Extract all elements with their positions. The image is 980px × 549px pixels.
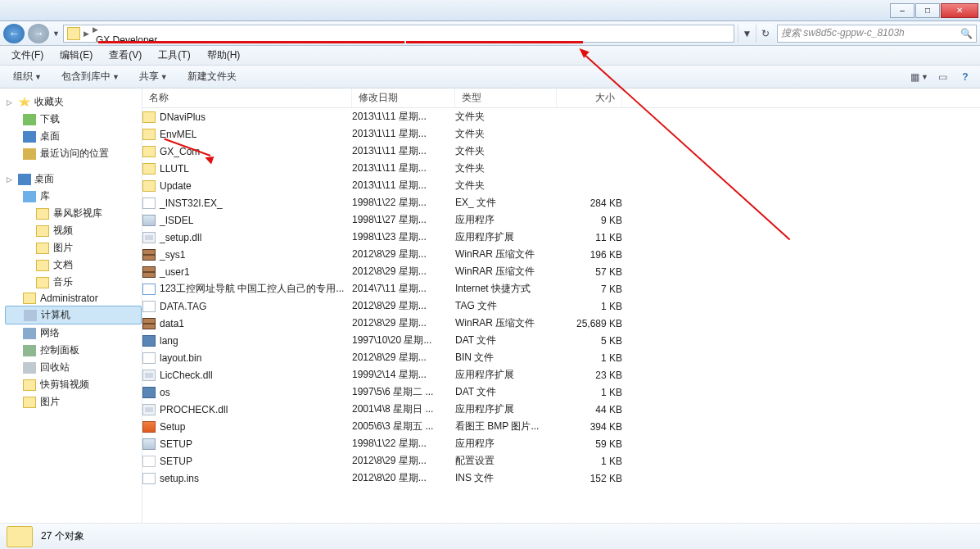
- menu-file[interactable]: 文件(F): [5, 47, 50, 64]
- file-date: 2012\8\29 星期...: [352, 351, 455, 365]
- table-row[interactable]: DNaviPlus2013\1\11 星期...文件夹: [142, 108, 980, 125]
- back-button[interactable]: ←: [3, 24, 25, 43]
- menu-view[interactable]: 查看(V): [102, 47, 148, 64]
- sidebar-item[interactable]: 音乐: [5, 274, 142, 291]
- share-button[interactable]: 共享▼: [131, 68, 176, 85]
- annotation-underline: [98, 41, 404, 43]
- history-dropdown[interactable]: ▼: [52, 29, 60, 38]
- table-row[interactable]: _setup.dll1998\1\23 星期...应用程序扩展11 KB: [142, 229, 980, 246]
- sidebar-item-label: 音乐: [53, 275, 73, 289]
- file-size: 284 KB: [557, 197, 622, 209]
- status-folder-icon: [7, 526, 33, 547]
- table-row[interactable]: EnvMEL2013\1\11 星期...文件夹: [142, 125, 980, 143]
- sidebar-item[interactable]: 视频: [5, 222, 142, 239]
- address-dropdown[interactable]: ▼: [738, 25, 756, 43]
- refresh-button[interactable]: ↻: [756, 25, 774, 43]
- sidebar-item[interactable]: 控制面板: [5, 342, 142, 359]
- file-icon: [142, 387, 156, 398]
- file-date: 1997\5\6 星期二 ...: [352, 385, 455, 399]
- menu-edit[interactable]: 编辑(E): [53, 47, 99, 64]
- maximize-button[interactable]: □: [915, 3, 940, 18]
- forward-button[interactable]: →: [28, 24, 49, 43]
- sidebar-item[interactable]: 回收站: [5, 359, 142, 376]
- sidebar-item-icon: [36, 260, 49, 271]
- help-button[interactable]: ?: [955, 69, 975, 85]
- sidebar-item-label: 桌面: [40, 129, 60, 143]
- organize-button[interactable]: 组织▼: [5, 68, 50, 85]
- sidebar-item-label: 计算机: [41, 308, 70, 322]
- table-row[interactable]: DATA.TAG2012\8\29 星期...TAG 文件1 KB: [142, 297, 980, 315]
- address-bar[interactable]: ▶ BaiduNetdiskDownload▶GX Developer V8.1…: [63, 25, 734, 43]
- file-name: _user1: [160, 266, 190, 278]
- sidebar-item[interactable]: 最近访问的位置: [5, 145, 142, 162]
- desktop-group: ▷桌面 库暴风影视库视频图片文档音乐Administrator计算机网络控制面板…: [5, 170, 142, 411]
- file-name: GX_Com: [160, 146, 200, 157]
- sidebar-item[interactable]: 图片: [5, 239, 142, 256]
- file-type: EX_ 文件: [455, 196, 557, 210]
- menu-tools[interactable]: 工具(T): [151, 47, 196, 64]
- file-name: os: [160, 387, 170, 398]
- table-row[interactable]: _user12012\8\29 星期...WinRAR 压缩文件57 KB: [142, 263, 980, 280]
- sidebar-item-icon: [23, 379, 36, 391]
- table-row[interactable]: lang1997\10\20 星期...DAT 文件5 KB: [142, 332, 980, 349]
- sidebar-item[interactable]: 计算机: [5, 306, 142, 324]
- table-row[interactable]: os1997\5\6 星期二 ...DAT 文件1 KB: [142, 383, 980, 401]
- sidebar-item[interactable]: 文档: [5, 256, 142, 274]
- chevron-right-icon[interactable]: ▶: [91, 25, 100, 34]
- file-icon: [142, 215, 156, 226]
- table-row[interactable]: layout.bin2012\8\29 星期...BIN 文件1 KB: [142, 349, 980, 366]
- file-icon: [142, 473, 156, 484]
- table-row[interactable]: _ISDEL1998\1\27 星期...应用程序9 KB: [142, 211, 980, 229]
- new-folder-button[interactable]: 新建文件夹: [179, 68, 245, 85]
- sidebar-item[interactable]: 库: [5, 188, 142, 205]
- sidebar-item[interactable]: 图片: [5, 393, 142, 411]
- preview-pane-button[interactable]: ▭: [933, 69, 952, 85]
- table-row[interactable]: Update2013\1\11 星期...文件夹: [142, 177, 980, 194]
- file-name: SETUP: [160, 456, 192, 467]
- sidebar-item-icon: [23, 328, 36, 339]
- file-date: 2012\8\29 星期...: [352, 247, 455, 261]
- table-row[interactable]: data12012\8\29 星期...WinRAR 压缩文件25,689 KB: [142, 315, 980, 332]
- table-row[interactable]: setup.ins2012\8\20 星期...INS 文件152 KB: [142, 470, 980, 487]
- table-row[interactable]: 123工控网址导航 中国工控人自己的专用...2014\7\11 星期...In…: [142, 280, 980, 297]
- table-row[interactable]: SETUP2012\8\29 星期...配置设置1 KB: [142, 452, 980, 470]
- table-row[interactable]: LicCheck.dll1999\2\14 星期...应用程序扩展23 KB: [142, 366, 980, 383]
- sidebar-item[interactable]: 快剪辑视频: [5, 376, 142, 393]
- search-input[interactable]: 搜索 sw8d5c-gppw-c_8103h 🔍: [777, 25, 977, 43]
- minimize-button[interactable]: –: [890, 3, 915, 18]
- col-name[interactable]: 名称: [142, 88, 352, 107]
- sidebar-item[interactable]: 网络: [5, 324, 142, 342]
- desktop-header[interactable]: ▷桌面: [5, 170, 142, 188]
- table-row[interactable]: SETUP1998\1\22 星期...应用程序59 KB: [142, 435, 980, 452]
- table-row[interactable]: _sys12012\8\29 星期...WinRAR 压缩文件196 KB: [142, 246, 980, 263]
- col-type[interactable]: 类型: [455, 88, 557, 107]
- sidebar-item[interactable]: Administrator: [5, 291, 142, 306]
- file-date: 1998\1\22 星期...: [352, 437, 455, 451]
- menu-help[interactable]: 帮助(H): [201, 47, 247, 64]
- table-row[interactable]: GX_Com2013\1\11 星期...文件夹: [142, 143, 980, 160]
- table-row[interactable]: LLUTL2013\1\11 星期...文件夹: [142, 160, 980, 177]
- sidebar-item[interactable]: 暴风影视库: [5, 205, 142, 222]
- favorites-header[interactable]: ▷收藏夹: [5, 93, 142, 111]
- col-size[interactable]: 大小: [557, 88, 622, 107]
- file-date: 2013\1\11 星期...: [352, 179, 455, 193]
- close-button[interactable]: ✕: [941, 3, 978, 18]
- col-date[interactable]: 修改日期: [352, 88, 455, 107]
- file-icon: [142, 301, 156, 312]
- file-type: DAT 文件: [455, 333, 557, 347]
- sidebar-item[interactable]: 桌面: [5, 128, 142, 145]
- table-row[interactable]: Setup2005\6\3 星期五 ...看图王 BMP 图片...394 KB: [142, 418, 980, 435]
- sidebar-item[interactable]: 下载: [5, 111, 142, 128]
- file-icon: [142, 111, 156, 123]
- file-name: Setup: [160, 421, 185, 433]
- sidebar-item-label: 快剪辑视频: [40, 378, 89, 392]
- include-in-library-button[interactable]: 包含到库中▼: [53, 68, 128, 85]
- toolbar: 组织▼ 包含到库中▼ 共享▼ 新建文件夹 ▦▼ ▭ ?: [0, 66, 980, 88]
- table-row[interactable]: _INST32I.EX_1998\1\22 星期...EX_ 文件284 KB: [142, 194, 980, 211]
- sidebar-item-label: 文档: [53, 258, 73, 272]
- view-mode-button[interactable]: ▦▼: [910, 69, 929, 85]
- status-count: 27 个对象: [41, 529, 84, 543]
- table-row[interactable]: PROCHECK.dll2001\4\8 星期日 ...应用程序扩展44 KB: [142, 401, 980, 418]
- sidebar-item-icon: [36, 225, 49, 237]
- file-icon: [142, 284, 156, 295]
